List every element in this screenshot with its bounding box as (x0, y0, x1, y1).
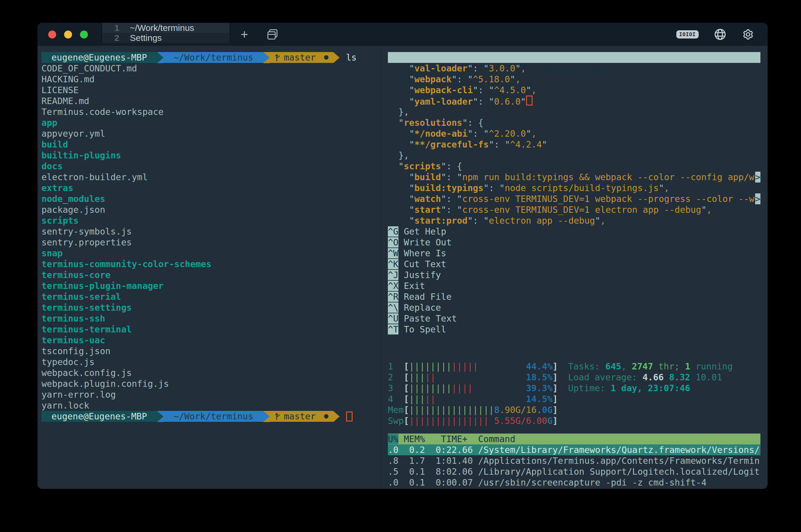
nano-shortcut-write-out: ^O Write Out (388, 237, 760, 248)
ls-entry: yarn-error.log (41, 389, 380, 400)
git-branch-name: master (284, 411, 321, 422)
nano-line: "yaml-loader": "0.6.0" (388, 96, 760, 107)
nano-line: "**/graceful-fs": "^4.2.4" (388, 139, 760, 150)
terminal-pane-shell[interactable]: eugene@Eugenes-MBP ~/Work/terminus maste… (38, 46, 380, 489)
nano-titlebar: package.json GNU nano 4.5 (388, 52, 760, 63)
git-branch-icon (274, 53, 281, 62)
htop-meter: 2 [|||||18.5%] (388, 372, 560, 383)
terminal-pane-tools[interactable]: package.json GNU nano 4.5 "val-loader": … (381, 46, 767, 489)
ls-entry: docs (41, 161, 380, 172)
ls-entry: terminus-serial (41, 291, 380, 302)
terminal-area: eugene@Eugenes-MBP ~/Work/terminus maste… (38, 46, 767, 489)
terminal-window: 1~/Work/terminus2Settings + IOIOI (38, 23, 767, 489)
nano-line: "val-loader": "3.0.0", (388, 63, 760, 74)
nano-line: "watch": "cross-env TERMINUS_DEV=1 webpa… (388, 193, 760, 204)
ls-entry: snap (41, 248, 380, 259)
htop-process-table: U% MEM% TIME+ Command.0 0.2 0:22.66 /Sys… (388, 434, 760, 489)
nano-line: "start": "cross-env TERMINUS_DEV=1 elect… (388, 204, 760, 215)
nano-line: "*/node-abi": "^2.20.0", (388, 128, 760, 139)
tab-number: 2 (114, 33, 119, 43)
new-tab-button[interactable]: + (230, 23, 259, 46)
process-row-selected[interactable]: .0 0.2 0:22.66 /System/Library/Framework… (388, 444, 760, 455)
prompt-path-segment: ~/Work/terminus (164, 52, 263, 63)
ls-entry: terminus-settings (41, 302, 380, 313)
nano-shortcut-paste-text: ^U Paste Text (388, 313, 760, 324)
nano-shortcut-cut-text: ^K Cut Text (388, 259, 760, 269)
ls-entry: scripts (41, 215, 380, 226)
globe-icon[interactable] (714, 28, 726, 41)
minimize-window-button[interactable] (64, 31, 72, 38)
ls-entry: webpack.config.js (41, 367, 380, 378)
htop-summary-line: Tasks: 645, 2747 thr; 1 running (568, 361, 733, 372)
git-branch-icon (274, 412, 281, 421)
tab-settings[interactable]: 2Settings (101, 33, 230, 43)
maximize-window-button[interactable] (80, 31, 88, 38)
htop-summary-line: Uptime: 1 day, 23:07:46 (568, 383, 733, 394)
nano-line: "build:typings": "node scripts/build-typ… (388, 183, 760, 193)
nano-line: "scripts": { (388, 161, 760, 172)
serial-port-icon[interactable]: IOIOI (676, 30, 699, 38)
prompt-git-segment: master (269, 52, 333, 63)
nano-line: "start:prod": "electron app --debug", (388, 215, 760, 226)
htop-summary-line: Load average: 4.66 8.32 10.01 (568, 372, 733, 383)
nano-shortcut-exit: ^X Exit (388, 280, 760, 291)
git-dirty-dot-icon (324, 414, 329, 419)
ls-entry: terminus-core (41, 269, 380, 280)
shell-cursor (346, 412, 353, 421)
nano-line: "webpack-cli": "^4.5.0", (388, 84, 760, 96)
htop-meters: 1 [|||||||||||||44.4%]2 [|||||18.5%]3 [|… (388, 361, 560, 426)
nano-shortcut-where-is: ^W Where Is (388, 248, 760, 259)
traffic-lights (38, 23, 101, 46)
sort-column-header[interactable]: U% (388, 434, 398, 444)
htop-meter: Mem[||||||||||||||||8.90G/16.0G] (388, 404, 560, 415)
split-pane-icon[interactable] (259, 23, 287, 46)
prompt-git-segment: master (269, 411, 333, 422)
nano-shortcut-justify: ^J Justify (388, 269, 760, 280)
nano-line-overflow-marker: > (755, 172, 760, 183)
nano-shortcut-to-spell: ^T To Spell (388, 324, 760, 335)
ls-entry: HACKING.md (41, 74, 380, 84)
git-dirty-dot-icon (324, 55, 329, 60)
gear-icon[interactable] (742, 28, 755, 41)
ls-entry: terminus-community-color-schemes (41, 259, 380, 269)
nano-line: "webpack": "^5.18.0", (388, 74, 760, 84)
ls-entry: terminus-uac (41, 335, 380, 346)
prompt-user-segment: eugene@Eugenes-MBP (41, 411, 157, 422)
htop-meter: 1 [|||||||||||||44.4%] (388, 361, 560, 372)
tab-title: ~/Work/terminus (130, 23, 194, 33)
nano-editor-content: "val-loader": "3.0.0", "webpack": "^5.18… (388, 63, 760, 226)
ls-entry: sentry-symbols.js (41, 226, 380, 237)
tabs-container: 1~/Work/terminus2Settings (101, 23, 230, 46)
close-window-button[interactable] (48, 31, 56, 38)
nano-shortcut-bar: ^G Get Help^O Write Out^W Where Is^K Cut… (388, 226, 760, 335)
htop-meter: 3 [||||||||||||39.3%] (388, 383, 560, 394)
typed-command: ls (340, 52, 357, 63)
nano-line: }, (388, 150, 760, 161)
git-branch-name: master (284, 52, 321, 63)
prompt-user-segment: eugene@Eugenes-MBP (41, 52, 157, 63)
process-row[interactable]: .7 0.0 10:18.09 /Applications/ZeroTier O… (388, 488, 760, 489)
nano-line: }, (388, 107, 760, 117)
process-table-header[interactable]: U% MEM% TIME+ Command (388, 434, 760, 444)
ls-entry: electron-builder.yml (41, 172, 380, 183)
process-row[interactable]: .5 0.1 8:02.06 /Library/Application Supp… (388, 466, 760, 477)
ls-entry: terminus-terminal (41, 324, 380, 335)
ls-entry: yarn.lock (41, 400, 380, 411)
nano-shortcut-get-help: ^G Get Help (388, 226, 760, 237)
ls-entry: terminus-plugin-manager (41, 280, 380, 291)
ls-entry: typedoc.js (41, 357, 380, 367)
nano-line: "resolutions": { (388, 117, 760, 128)
ls-entry: node_modules (41, 193, 380, 204)
ls-entry: CODE_OF_CONDUCT.md (41, 63, 380, 74)
process-row[interactable]: .8 1.7 1:01.40 /Applications/Terminus.ap… (388, 455, 760, 466)
ls-entry: LICENSE (41, 84, 380, 96)
shell-prompt: eugene@Eugenes-MBP ~/Work/terminus maste… (41, 52, 380, 63)
ls-entry: tsconfig.json (41, 346, 380, 357)
process-row[interactable]: .0 0.1 0:00.07 /usr/sbin/screencapture -… (388, 477, 760, 488)
nano-line-overflow-marker: > (755, 193, 760, 204)
ls-entry: appveyor.yml (41, 128, 380, 139)
nano-shortcut-read-file: ^R Read File (388, 291, 760, 302)
tab--work-terminus[interactable]: 1~/Work/terminus (101, 23, 230, 33)
ls-entry: build (41, 139, 380, 150)
ls-entry: extras (41, 183, 380, 193)
